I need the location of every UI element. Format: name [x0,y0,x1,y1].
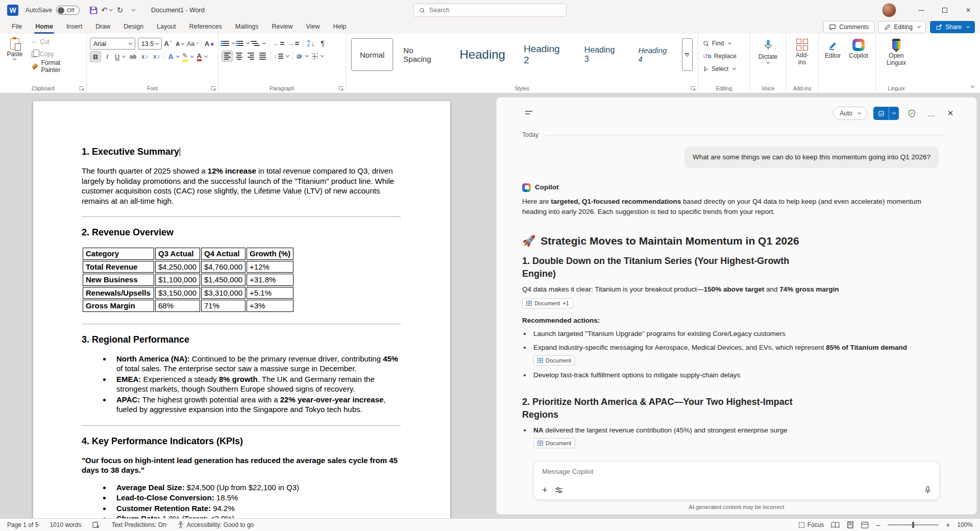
editor-button[interactable]: Editor [822,36,844,83]
style-heading3[interactable]: Heading 3 [576,38,628,71]
clear-formatting-button[interactable]: A◆ [204,38,215,50]
revenue-table[interactable]: Category Q3 Actual Q4 Actual Growth (%) … [82,247,295,313]
style-heading2[interactable]: Heading 2 [516,38,574,71]
focus-mode-button[interactable]: Focus [799,521,824,528]
microphone-icon[interactable] [924,486,931,494]
close-window-button[interactable]: ✕ [957,0,980,20]
bold-button[interactable]: B [90,51,101,62]
tab-home[interactable]: Home [29,20,60,34]
justify-button[interactable] [257,51,268,62]
save-button[interactable] [87,4,100,17]
copy-button[interactable]: Copy [30,49,83,60]
grow-font-button[interactable]: A^ [162,38,174,50]
tab-design[interactable]: Design [117,20,150,34]
highlight-color-button[interactable]: ✎ [181,51,195,62]
share-button[interactable]: Share [930,21,975,33]
paste-button[interactable]: Paste [3,36,27,83]
sort-button[interactable]: AZ↓ [305,38,316,49]
editing-mode-button[interactable]: Editing [878,21,926,33]
find-button[interactable]: Find [701,38,747,49]
table-cell[interactable]: $3,150,000 [155,287,200,299]
numbering-button[interactable] [237,38,251,49]
font-color-button[interactable]: A [195,51,209,62]
select-button[interactable]: Select [701,63,747,75]
document-page[interactable]: 1. Executive Summary The fourth quarter … [33,101,450,531]
table-cell[interactable]: $3,310,000 [201,287,246,299]
replace-button[interactable]: ↺b Replace [701,51,747,62]
underline-button[interactable]: U [113,51,127,62]
tab-help[interactable]: Help [326,20,353,34]
comments-button[interactable]: Comments [823,21,874,33]
message-input-card[interactable]: + [533,461,940,500]
minimize-button[interactable]: — [910,0,933,20]
font-family-select[interactable]: Arial [90,38,135,50]
paragraph-dialog-launcher[interactable] [339,86,343,90]
show-paragraph-marks-button[interactable]: ¶ [317,38,328,49]
pages-check-icon[interactable] [873,107,889,120]
auto-mode-button[interactable]: Auto [833,107,867,120]
styles-gallery-more-button[interactable] [682,38,693,71]
quick-access-more-button[interactable] [127,4,140,17]
superscript-button[interactable]: x2 [151,51,162,62]
decrease-indent-button[interactable]: ← [272,38,286,49]
maximize-button[interactable] [933,0,957,20]
more-options-button[interactable]: … [924,107,938,120]
apply-dropdown[interactable] [889,107,899,120]
collapse-ribbon-button[interactable] [969,82,974,89]
shading-button[interactable] [295,51,310,62]
word-count[interactable]: 1010 words [50,521,81,528]
tab-review[interactable]: Review [265,20,300,34]
copilot-button[interactable]: Copilot [846,36,871,83]
copilot-message-input[interactable] [542,468,931,475]
search-input[interactable] [429,7,561,14]
tab-insert[interactable]: Insert [60,20,89,34]
zoom-slider-thumb[interactable] [912,522,914,528]
bullets-button[interactable] [222,38,236,49]
align-left-button[interactable] [222,51,233,62]
accessibility-status[interactable]: Accessibility: Good to go [178,521,254,528]
table-header-cell[interactable]: Q4 Actual [201,248,246,260]
close-copilot-button[interactable]: ✕ [944,107,957,120]
borders-button[interactable] [310,51,325,62]
table-cell[interactable]: 68% [155,300,200,312]
table-header-cell[interactable]: Category [83,248,154,260]
tab-file[interactable]: File [5,20,29,34]
autosave-toggle[interactable]: Off [56,6,80,15]
table-cell[interactable]: Gross Margin [83,300,154,312]
table-cell[interactable]: Total Revenue [83,261,154,273]
citation-chip[interactable]: Document [533,355,575,366]
open-linguix-button[interactable]: OpenLinguix [879,36,914,69]
change-case-button[interactable]: Aa [186,38,199,50]
table-header-cell[interactable]: Q3 Actual [155,248,200,260]
proofing-errors-button[interactable] [92,522,100,528]
zoom-in-button[interactable]: + [946,521,950,529]
table-cell[interactable]: +31.8% [247,274,293,286]
account-avatar[interactable] [882,3,896,17]
word-app-icon[interactable]: W [7,5,18,16]
citation-chip[interactable]: Document+1 [522,298,573,308]
shrink-font-button[interactable]: A [174,38,185,50]
tab-layout[interactable]: Layout [150,20,183,34]
table-cell[interactable]: +5.1% [247,287,293,299]
table-cell[interactable]: $1,100,000 [155,274,200,286]
clipboard-dialog-launcher[interactable] [80,86,84,90]
web-layout-button[interactable] [861,522,869,528]
italic-button[interactable]: I [102,51,113,62]
conversation-list-button[interactable] [522,107,535,120]
strikethrough-button[interactable]: ab [127,51,138,62]
format-painter-button[interactable]: Format Painter [30,61,83,72]
table-cell[interactable]: 71% [201,300,246,312]
zoom-level[interactable]: 100% [957,521,973,528]
align-center-button[interactable] [233,51,244,62]
zoom-slider[interactable] [888,524,939,525]
style-normal[interactable]: Normal [351,38,393,71]
text-predictions[interactable]: Text Predictions: On [111,521,166,528]
tab-references[interactable]: References [183,20,229,34]
citation-chip[interactable]: Document [533,438,575,448]
increase-indent-button[interactable]: → [286,38,301,49]
line-spacing-button[interactable]: ↕ [273,51,290,62]
zoom-out-button[interactable]: − [876,521,880,529]
cut-button[interactable]: ✂Cut [30,36,83,47]
style-no-spacing[interactable]: No Spacing [395,38,449,71]
table-cell[interactable]: Renewals/Upsells [83,287,154,299]
